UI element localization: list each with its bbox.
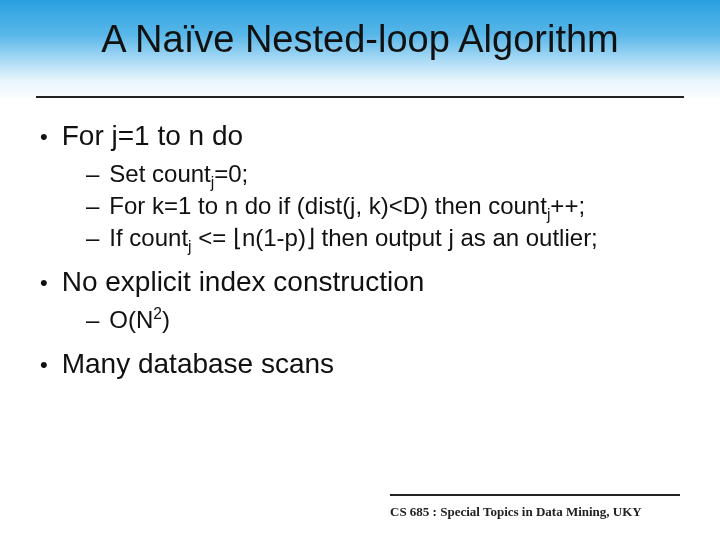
bullet-dot-icon: • xyxy=(40,266,48,300)
bullet-dash-icon: – xyxy=(86,192,99,220)
bullet-group-1: • For j=1 to n do – Set countj=0; – For … xyxy=(40,120,680,252)
footer-rule xyxy=(390,494,680,496)
bullet-text: Set countj=0; xyxy=(109,160,248,188)
title-underline xyxy=(36,96,684,98)
text-fragment: =0; xyxy=(214,160,248,187)
bullet-text: O(N2) xyxy=(109,306,170,334)
bullet-group-2: • No explicit index construction – O(N2) xyxy=(40,266,680,334)
bullet-level1: • Many database scans xyxy=(40,348,680,382)
bullet-dot-icon: • xyxy=(40,348,48,382)
bullet-text: If countj <= ⌊n(1-p)⌋ then output j as a… xyxy=(109,224,597,252)
content-area: • For j=1 to n do – Set countj=0; – For … xyxy=(40,120,680,396)
text-fragment: For k=1 to n do if (dist(j, k)<D) then c… xyxy=(109,192,547,219)
text-fragment: ++; xyxy=(550,192,585,219)
bullet-text: No explicit index construction xyxy=(62,266,425,298)
superscript-2: 2 xyxy=(153,305,162,322)
bullet-level1: • For j=1 to n do xyxy=(40,120,680,154)
slide-title: A Naïve Nested-loop Algorithm xyxy=(0,18,720,61)
bullet-text: For k=1 to n do if (dist(j, k)<D) then c… xyxy=(109,192,585,220)
bullet-text: Many database scans xyxy=(62,348,334,380)
bullet-group-3: • Many database scans xyxy=(40,348,680,382)
bullet-level2: – For k=1 to n do if (dist(j, k)<D) then… xyxy=(86,192,680,220)
text-fragment: ) xyxy=(162,306,170,333)
bullet-level2: – Set countj=0; xyxy=(86,160,680,188)
footer-text: CS 685 : Special Topics in Data Mining, … xyxy=(390,504,680,520)
bullet-level2: – O(N2) xyxy=(86,306,680,334)
bullet-dash-icon: – xyxy=(86,160,99,188)
bullet-level2: – If countj <= ⌊n(1-p)⌋ then output j as… xyxy=(86,224,680,252)
bullet-dash-icon: – xyxy=(86,306,99,334)
text-fragment: Set count xyxy=(109,160,210,187)
text-fragment: O(N xyxy=(109,306,153,333)
bullet-dot-icon: • xyxy=(40,120,48,154)
bullet-text: For j=1 to n do xyxy=(62,120,243,152)
slide: A Naïve Nested-loop Algorithm • For j=1 … xyxy=(0,0,720,540)
bullet-dash-icon: – xyxy=(86,224,99,252)
text-fragment: If count xyxy=(109,224,188,251)
bullet-level1: • No explicit index construction xyxy=(40,266,680,300)
text-fragment: <= ⌊n(1-p)⌋ then output j as an outlier; xyxy=(192,224,598,251)
